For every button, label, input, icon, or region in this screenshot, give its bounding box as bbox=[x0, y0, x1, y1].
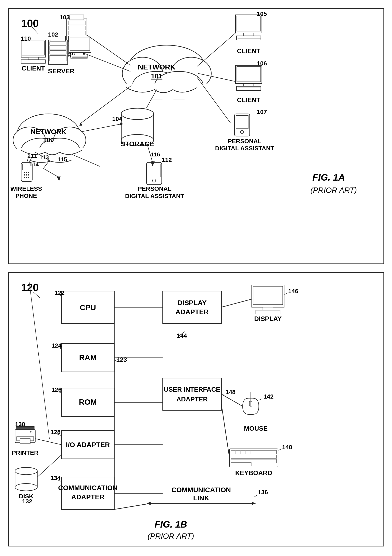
svg-line-72 bbox=[87, 35, 130, 65]
svg-rect-115 bbox=[229, 449, 278, 467]
svg-rect-27 bbox=[21, 60, 45, 63]
svg-line-129 bbox=[221, 404, 229, 458]
fig1b-subtitle: (PRIOR ART) bbox=[148, 532, 194, 540]
svg-line-143 bbox=[37, 455, 61, 477]
display-adapter-block bbox=[163, 291, 221, 323]
network101-num: 101 bbox=[151, 72, 162, 80]
num-146: 146 bbox=[288, 288, 298, 294]
svg-point-64 bbox=[26, 172, 27, 173]
ui-adapter-label2: ADAPTER bbox=[176, 395, 208, 403]
display-adapter-label2: ADAPTER bbox=[175, 308, 209, 316]
svg-rect-39 bbox=[71, 55, 87, 58]
svg-line-138 bbox=[35, 439, 62, 445]
storage-label: STORAGE bbox=[120, 140, 154, 148]
svg-line-84 bbox=[43, 168, 58, 177]
svg-rect-136 bbox=[20, 439, 30, 444]
mouse-label: MOUSE bbox=[244, 425, 268, 432]
network109-label: NETWORK bbox=[31, 128, 66, 136]
svg-marker-146 bbox=[252, 502, 256, 505]
svg-point-71 bbox=[28, 177, 29, 178]
svg-point-69 bbox=[24, 177, 25, 178]
svg-point-65 bbox=[28, 172, 29, 173]
num-113: 113 bbox=[39, 154, 49, 161]
svg-point-142 bbox=[15, 467, 37, 475]
svg-line-114 bbox=[221, 394, 243, 406]
client106-icon bbox=[235, 65, 262, 90]
svg-line-128 bbox=[278, 449, 281, 450]
comm-adapter-label2: ADAPTER bbox=[71, 493, 105, 501]
svg-marker-85 bbox=[56, 177, 61, 181]
num-132: 132 bbox=[22, 498, 32, 505]
svg-rect-51 bbox=[236, 86, 261, 90]
svg-point-141 bbox=[15, 484, 37, 491]
client110-icon bbox=[21, 40, 45, 63]
svg-rect-49 bbox=[237, 67, 260, 82]
svg-point-66 bbox=[24, 174, 25, 176]
num-140: 140 bbox=[282, 444, 292, 450]
cpu-label: CPU bbox=[80, 303, 96, 312]
num-136: 136 bbox=[258, 489, 268, 495]
phone-label: PHONE bbox=[16, 192, 37, 199]
svg-rect-104 bbox=[253, 286, 283, 305]
pda107-label: PERSONAL bbox=[228, 138, 262, 144]
comm-adapter-label1: COMMUNICATION bbox=[58, 484, 118, 492]
ui-adapter-block bbox=[163, 378, 221, 410]
network101-cloud: NETWORK 101 bbox=[122, 45, 213, 100]
svg-line-108 bbox=[221, 299, 251, 307]
num-114: 114 bbox=[29, 161, 39, 168]
num-110: 110 bbox=[21, 35, 31, 42]
num-102: 102 bbox=[48, 31, 58, 38]
num-130: 130 bbox=[15, 421, 25, 427]
rom-label: ROM bbox=[79, 398, 97, 406]
server102-icon bbox=[48, 36, 91, 64]
svg-rect-43 bbox=[237, 16, 260, 31]
svg-line-86 bbox=[80, 124, 121, 132]
fig1a-title: FIG. 1A bbox=[312, 172, 345, 183]
comm-link-label2: LINK bbox=[193, 494, 209, 502]
fig1a-number: 100 bbox=[21, 17, 39, 29]
svg-line-74 bbox=[197, 33, 235, 66]
wireless-label: WIRELESS bbox=[10, 185, 42, 192]
num-112: 112 bbox=[162, 156, 172, 163]
client110-label: CLIENT bbox=[22, 65, 45, 72]
ram-label: RAM bbox=[79, 353, 96, 362]
num-115: 115 bbox=[57, 156, 67, 162]
num-103: 103 bbox=[60, 14, 70, 21]
disk-icon bbox=[15, 467, 37, 491]
svg-rect-55 bbox=[236, 115, 248, 129]
svg-rect-30 bbox=[48, 40, 68, 64]
num-106: 106 bbox=[257, 60, 267, 67]
keyboard-label: KEYBOARD bbox=[235, 469, 272, 477]
svg-rect-25 bbox=[22, 41, 44, 55]
printer-icon bbox=[15, 282, 49, 444]
svg-point-68 bbox=[28, 174, 29, 176]
pda112-label2: DIGITAL ASSISTANT bbox=[125, 193, 184, 199]
svg-line-148 bbox=[114, 503, 151, 510]
io-adapter-label: I/O ADAPTER bbox=[66, 441, 110, 448]
svg-rect-106 bbox=[256, 310, 280, 314]
fig1a-subtitle: (PRIOR ART) bbox=[310, 186, 357, 194]
num-104: 104 bbox=[112, 115, 122, 122]
num-105: 105 bbox=[257, 10, 267, 17]
num-124: 124 bbox=[51, 342, 62, 349]
num-107: 107 bbox=[257, 108, 267, 115]
num-128: 128 bbox=[50, 429, 61, 435]
svg-rect-26 bbox=[28, 57, 39, 60]
network109-num: 109 bbox=[43, 136, 54, 144]
svg-point-70 bbox=[26, 177, 27, 178]
svg-rect-58 bbox=[148, 164, 160, 177]
svg-rect-38 bbox=[75, 53, 83, 55]
num-148: 148 bbox=[225, 389, 235, 395]
client106-label: CLIENT bbox=[237, 96, 260, 104]
pda107-icon bbox=[235, 114, 250, 136]
keyboard-icon bbox=[229, 449, 278, 467]
client105-icon bbox=[235, 15, 262, 40]
num-126: 126 bbox=[51, 386, 62, 393]
svg-rect-44 bbox=[244, 33, 254, 36]
svg-point-67 bbox=[26, 174, 27, 176]
num-116: 116 bbox=[151, 151, 160, 158]
pda112-label: PERSONAL bbox=[138, 185, 172, 192]
num-134: 134 bbox=[50, 475, 61, 481]
svg-line-147 bbox=[254, 495, 258, 497]
display-label: DISPLAY bbox=[254, 315, 282, 322]
